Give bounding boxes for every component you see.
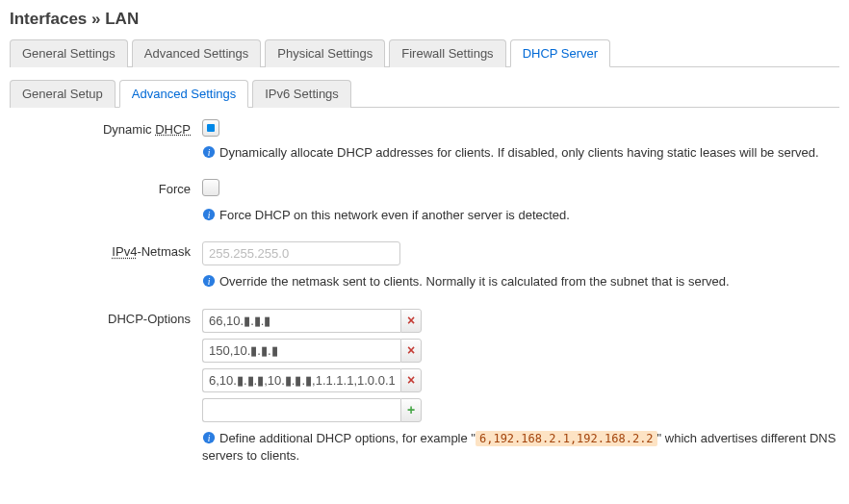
row-force: Force i Force DHCP on this network even …	[10, 179, 839, 224]
subtab-advanced-settings[interactable]: Advanced Settings	[119, 80, 248, 108]
remove-icon[interactable]: ×	[400, 368, 422, 392]
dhcp-option-row: ×	[202, 368, 839, 392]
info-icon: i	[202, 145, 216, 159]
svg-text:i: i	[208, 432, 211, 442]
input-ipv4-netmask[interactable]	[202, 241, 400, 265]
subtab-ipv6-settings[interactable]: IPv6 Settings	[252, 80, 351, 108]
dhcp-option-row: ×	[202, 339, 839, 363]
tab-firewall-settings[interactable]: Firewall Settings	[389, 39, 505, 67]
label-dhcp-options: DHCP-Options	[10, 309, 202, 326]
info-icon: i	[202, 208, 216, 221]
dhcp-option-row: ×	[202, 309, 839, 333]
svg-text:i: i	[208, 147, 211, 158]
page-title-prefix: Interfaces	[10, 10, 87, 28]
row-dynamic-dhcp: Dynamic DHCP i Dynamically allocate DHCP…	[10, 119, 839, 162]
checkbox-force[interactable]	[202, 179, 219, 196]
tab-physical-settings[interactable]: Physical Settings	[265, 39, 385, 67]
dhcp-option-input-new[interactable]	[202, 398, 400, 422]
subtab-general-setup[interactable]: General Setup	[10, 80, 116, 108]
svg-text:i: i	[208, 276, 211, 287]
sub-tabs: General SetupAdvanced SettingsIPv6 Setti…	[10, 79, 839, 108]
checkbox-dynamic-dhcp[interactable]	[202, 119, 219, 137]
info-icon: i	[202, 274, 216, 288]
remove-icon[interactable]: ×	[400, 339, 422, 363]
add-icon[interactable]: +	[400, 398, 422, 422]
remove-icon[interactable]: ×	[400, 309, 422, 333]
row-dhcp-options: DHCP-Options ×××+iDefine additional DHCP…	[10, 309, 839, 465]
dhcp-option-input[interactable]	[202, 368, 400, 392]
row-ipv4-netmask: IPv4-Netmask i Override the netmask sent…	[10, 241, 839, 290]
hint-dhcp-options: iDefine additional DHCP options, for exa…	[202, 430, 839, 465]
page-title-sep: »	[87, 10, 105, 28]
page-title: Interfaces » LAN	[10, 10, 839, 29]
tab-general-settings[interactable]: General Settings	[10, 39, 128, 67]
page-title-suffix: LAN	[105, 10, 139, 28]
label-ipv4-netmask: IPv4-Netmask	[10, 241, 202, 259]
label-force: Force	[10, 179, 202, 196]
info-icon: i	[202, 431, 216, 444]
tab-dhcp-server[interactable]: DHCP Server	[510, 39, 611, 67]
hint-dynamic-dhcp: i Dynamically allocate DHCP addresses fo…	[202, 144, 839, 162]
tab-advanced-settings[interactable]: Advanced Settings	[132, 39, 261, 67]
label-dynamic-dhcp: Dynamic DHCP	[10, 119, 202, 137]
hint-ipv4-netmask: i Override the netmask sent to clients. …	[202, 273, 839, 290]
hint-force: i Force DHCP on this network even if ano…	[202, 207, 839, 224]
dhcp-option-input[interactable]	[202, 309, 400, 333]
dhcp-options-example: 6,192.168.2.1,192.168.2.2	[476, 431, 657, 446]
dhcp-option-input[interactable]	[202, 339, 400, 363]
dhcp-option-row-new: +	[202, 398, 839, 422]
main-tabs: General SettingsAdvanced SettingsPhysica…	[10, 38, 839, 67]
svg-text:i: i	[208, 210, 211, 220]
